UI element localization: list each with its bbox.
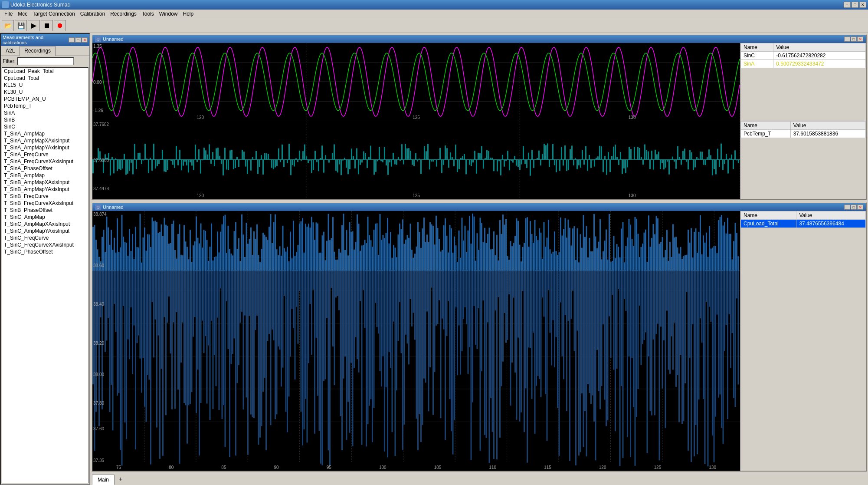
list-item[interactable]: T_SinA_AmpMapYAxisInput <box>2 144 88 151</box>
list-item[interactable]: T_SinA_PhaseOffset <box>2 165 88 172</box>
lower-chart-body: 38.874 38.60 38.40 38.20 38.00 37.80 37.… <box>92 211 866 471</box>
save-button[interactable]: 💾 <box>15 20 27 31</box>
list-item[interactable]: SinA <box>2 109 88 116</box>
upper-chart-maximize[interactable]: □ <box>851 36 857 42</box>
toolbar: 📂 💾 ▶ ⏹ ⏺ <box>0 18 868 33</box>
list-item[interactable]: T_SinC_AmpMap <box>2 214 88 221</box>
list-item[interactable]: T_SinA_AmpMap <box>2 130 88 137</box>
cpu-x-125: 125 <box>654 465 662 470</box>
record-button[interactable]: ⏺ <box>54 20 66 31</box>
upper-chart-sidebar: Name Value SinC-0.617562472820282SinA0.5… <box>740 43 866 199</box>
add-tab-button[interactable]: + <box>115 474 126 484</box>
tab-a2l[interactable]: A2L <box>1 46 20 56</box>
cpu-x-75: 75 <box>116 465 121 470</box>
main-layout: Measurements and calibrations _ □ ✕ A2L … <box>0 33 868 485</box>
play-button[interactable]: ▶ <box>28 20 40 31</box>
cpu-y-1: 38.60 <box>93 263 104 268</box>
upper-chart-close[interactable]: ✕ <box>857 36 863 42</box>
sin-x-130: 130 <box>629 115 636 120</box>
menu-file[interactable]: File <box>2 10 15 18</box>
lower-chart-close[interactable]: ✕ <box>857 205 863 210</box>
lower-chart-minimize[interactable]: _ <box>844 205 850 210</box>
list-item[interactable]: T_SinC_PhaseOffset <box>2 248 88 255</box>
list-item[interactable]: SinC <box>2 123 88 130</box>
panel-maximize[interactable]: □ <box>75 37 81 43</box>
sin-x-axis: 120 125 130 <box>92 115 740 120</box>
stop-button[interactable]: ⏹ <box>41 20 53 31</box>
list-item[interactable]: SinB <box>2 116 88 123</box>
left-panel: Measurements and calibrations _ □ ✕ A2L … <box>0 33 90 485</box>
sin-col-value: Value <box>773 43 866 52</box>
cpu-x-90: 90 <box>274 465 279 470</box>
bottom-tab-bar: Main + <box>90 473 868 485</box>
item-list: CpuLoad_Peak_TotalCpuLoad_TotalKL15_UKL3… <box>2 67 88 483</box>
list-item[interactable]: T_SinB_AmpMap <box>2 172 88 179</box>
maximize-button[interactable]: □ <box>852 2 858 8</box>
lower-chart-maximize[interactable]: □ <box>851 205 857 210</box>
cpu-x-120: 120 <box>599 465 606 470</box>
cpu-canvas <box>92 211 740 471</box>
pcb-table-row[interactable]: PcbTemp_T37.6015853881836 <box>741 130 866 138</box>
lower-chart-title: Unnamed <box>103 205 124 210</box>
sin-table-row[interactable]: SinA0.500729332433472 <box>741 60 866 68</box>
pcb-col-value: Value <box>790 122 865 130</box>
lower-chart-area: 38.874 38.60 38.40 38.20 38.00 37.80 37.… <box>92 211 740 471</box>
lower-chart-icon: Q <box>95 204 101 210</box>
cpu-x-100: 100 <box>379 465 387 470</box>
list-item[interactable]: T_SinC_FreqCurveXAxisInput <box>2 241 88 248</box>
list-item[interactable]: PcbTemp_T <box>2 102 88 109</box>
sin-table-row[interactable]: SinC-0.617562472820282 <box>741 52 866 60</box>
list-item[interactable]: PCBTEMP_AN_U <box>2 96 88 102</box>
sin-chart-area: 1.35 0.00 -1.26 120 125 130 <box>92 43 740 121</box>
list-item[interactable]: T_SinC_AmpMapYAxisInput <box>2 228 88 234</box>
close-button[interactable]: ✕ <box>859 2 866 8</box>
pcb-data-table: Name Value PcbTemp_T37.6015853881836 <box>740 121 866 138</box>
cpu-x-130: 130 <box>709 465 716 470</box>
tab-recordings[interactable]: Recordings <box>20 46 56 56</box>
open-button[interactable]: 📂 <box>2 20 14 31</box>
menu-window[interactable]: Window <box>157 10 180 18</box>
list-item[interactable]: T_SinB_AmpMapYAxisInput <box>2 186 88 193</box>
cpu-x-80: 80 <box>169 465 174 470</box>
cpu-y-3: 38.20 <box>93 341 104 346</box>
list-item[interactable]: CpuLoad_Peak_Total <box>2 68 88 75</box>
pcb-data-panel: Name Value PcbTemp_T37.6015853881836 <box>740 121 866 199</box>
list-item[interactable]: KL15_U <box>2 82 88 89</box>
upper-chart-minimize[interactable]: _ <box>844 36 850 42</box>
panel-tabs: A2L Recordings <box>1 46 89 56</box>
sin-x-120: 120 <box>197 115 204 120</box>
list-item[interactable]: T_SinB_PhaseOffset <box>2 207 88 214</box>
minimize-button[interactable]: − <box>844 2 851 8</box>
lower-chart-sidebar: Name Value CpuLoad_Total37.4876556396484 <box>740 211 866 471</box>
menu-tools[interactable]: Tools <box>139 10 157 18</box>
panel-minimize[interactable]: _ <box>69 37 75 43</box>
list-item[interactable]: T_SinB_FreqCurveXAxisInput <box>2 200 88 207</box>
list-item[interactable]: T_SinA_FreqCurveXAxisInput <box>2 158 88 165</box>
list-item[interactable]: T_SinC_AmpMapXAxisInput <box>2 221 88 228</box>
list-item[interactable]: T_SinB_FreqCurve <box>2 193 88 200</box>
menu-help[interactable]: Help <box>180 10 197 18</box>
tab-main[interactable]: Main <box>92 475 115 485</box>
cpu-x-95: 95 <box>327 465 331 470</box>
sin-canvas <box>92 43 740 121</box>
list-item[interactable]: T_SinA_FreqCurve <box>2 151 88 158</box>
menu-target-connection[interactable]: Target Connection <box>30 10 77 18</box>
pcb-x-120: 120 <box>197 193 204 198</box>
list-item[interactable]: CpuLoad_Total <box>2 75 88 82</box>
menu-recordings[interactable]: Recordings <box>108 10 139 18</box>
list-item[interactable]: T_SinA_AmpMapXAxisInput <box>2 137 88 144</box>
pcb-x-130: 130 <box>629 193 636 198</box>
list-item[interactable]: T_SinC_FreqCurve <box>2 234 88 241</box>
pcb-x-axis: 120 125 130 <box>92 193 740 198</box>
cpu-x-115: 115 <box>544 465 551 470</box>
list-item[interactable]: T_SinB_AmpMapXAxisInput <box>2 179 88 186</box>
menu-mcc[interactable]: Mcc <box>15 10 30 18</box>
filter-input[interactable] <box>17 57 74 65</box>
sin-y-min: -1.26 <box>93 108 103 113</box>
menu-calibration[interactable]: Calibration <box>78 10 108 18</box>
panel-close[interactable]: ✕ <box>82 37 88 43</box>
cpu-y-6: 37.60 <box>93 426 104 431</box>
cpu-y-4: 38.00 <box>93 372 104 377</box>
list-item[interactable]: KL30_U <box>2 89 88 96</box>
cpu-table-row[interactable]: CpuLoad_Total37.4876556396484 <box>741 220 866 228</box>
